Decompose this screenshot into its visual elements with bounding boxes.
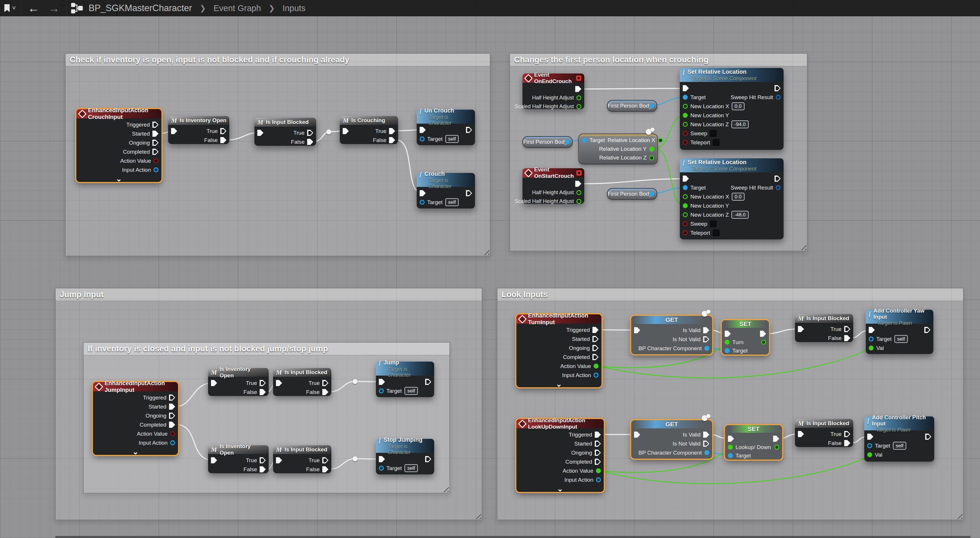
action-value-pin[interactable] xyxy=(154,158,159,163)
float-in-pin[interactable] xyxy=(728,445,733,450)
breakpoint-icon[interactable] xyxy=(576,170,582,176)
forward-button[interactable]: → xyxy=(44,0,64,16)
exec-out-pin[interactable] xyxy=(322,457,328,463)
exec-in-pin[interactable] xyxy=(683,85,689,91)
node-enhancedinputaction-lookupdowninput[interactable]: EnhancedInputAction LookUpDownInput Trig… xyxy=(516,419,604,492)
target-pin[interactable] xyxy=(867,443,872,448)
exec-out-pin[interactable] xyxy=(307,139,313,145)
target-pin[interactable] xyxy=(379,466,384,471)
bool-in-pin[interactable] xyxy=(683,221,688,226)
node-validated-get[interactable]: GET Is Valid Is Not Valid BP Character C… xyxy=(631,420,712,459)
float-out-pin[interactable] xyxy=(576,199,581,204)
input-action-pin[interactable] xyxy=(170,440,175,445)
exec-in-pin[interactable] xyxy=(798,326,804,332)
target-pin[interactable] xyxy=(728,453,733,458)
checkbox[interactable] xyxy=(710,130,717,137)
exec-out-pin[interactable] xyxy=(595,441,601,447)
breadcrumb-root[interactable]: BP_SGKMasterCharacter xyxy=(89,3,192,13)
comment-resize-handle[interactable] xyxy=(956,512,963,519)
value-box[interactable]: 0.0 xyxy=(732,102,745,110)
node-add-controller-pitch-input[interactable]: f Add Controller Pitch Input Target is P… xyxy=(864,417,934,461)
float-in-pin[interactable] xyxy=(683,203,688,208)
comment-resize-handle[interactable] xyxy=(474,512,481,519)
exec-in-pin[interactable] xyxy=(634,431,640,438)
node-event-onendcrouch[interactable]: Event OnEndCrouch Half Height Adjust Sca… xyxy=(522,73,584,109)
exec-out-pin[interactable] xyxy=(425,379,431,385)
exec-out-pin[interactable] xyxy=(703,327,709,333)
object-out-pin[interactable] xyxy=(649,104,654,109)
node-is-inventory-open[interactable]: M Is Inventory Open True False xyxy=(208,445,269,473)
reroute-node[interactable] xyxy=(353,457,358,461)
breadcrumb-inputs[interactable]: Inputs xyxy=(282,3,305,13)
exec-out-pin[interactable] xyxy=(924,327,931,333)
object-out-pin[interactable] xyxy=(704,346,709,351)
exec-in-pin[interactable] xyxy=(634,327,640,333)
exec-in-pin[interactable] xyxy=(867,434,873,440)
node-set-lookup-down[interactable]: SET Lookup/ Down Target xyxy=(725,425,782,460)
collapse-icon[interactable]: ⌄ xyxy=(132,448,139,455)
exec-in-pin[interactable] xyxy=(211,380,217,386)
node-is-input-blocked[interactable]: M Is Input Blocked True False xyxy=(273,368,331,396)
action-value-pin[interactable] xyxy=(593,364,598,369)
float-out-pin[interactable] xyxy=(649,155,654,160)
node-add-controller-yaw-input[interactable]: f Add Controller Yaw Input Target is Paw… xyxy=(866,310,933,354)
exec-out-pin[interactable] xyxy=(466,127,472,133)
node-is-input-blocked[interactable]: M Is Input Blocked True False xyxy=(273,445,331,473)
float-in-pin[interactable] xyxy=(683,122,688,127)
exec-in-pin[interactable] xyxy=(379,456,385,462)
float-in-pin[interactable] xyxy=(683,104,688,109)
exec-in-pin[interactable] xyxy=(211,457,217,463)
bookmark-button[interactable]: ˅ xyxy=(0,0,19,16)
exec-out-pin[interactable] xyxy=(220,137,226,143)
node-enhancedinputaction-crouchinput[interactable]: EnhancedInputAction CrouchInput Triggere… xyxy=(76,109,161,182)
comment-resize-handle[interactable] xyxy=(799,243,806,250)
node-enhancedinputaction-jumpinput[interactable]: EnhancedInputAction JumpInput Triggered … xyxy=(93,382,178,455)
target-pin[interactable] xyxy=(582,138,587,143)
exec-in-pin[interactable] xyxy=(420,127,426,133)
comment-header[interactable]: If inventory is closed and input is not … xyxy=(84,343,449,356)
collapse-icon[interactable]: ⌄ xyxy=(556,380,562,388)
exec-in-pin[interactable] xyxy=(683,176,689,182)
exec-out-pin[interactable] xyxy=(775,176,781,182)
collapse-icon[interactable]: ⌄ xyxy=(116,175,122,182)
exec-out-pin[interactable] xyxy=(703,441,709,447)
node-jump[interactable]: f Jump Target is Character Target self xyxy=(376,362,434,397)
node-is-crouching[interactable]: M Is Crouching True False xyxy=(340,116,398,144)
float-in-pin[interactable] xyxy=(683,212,688,217)
exec-in-pin[interactable] xyxy=(343,128,349,134)
node-stop-jumping[interactable]: f Stop Jumping Target is Character Targe… xyxy=(376,439,434,474)
object-out-pin[interactable] xyxy=(649,192,654,196)
value-box[interactable]: 0.0 xyxy=(732,193,745,201)
exec-out-pin[interactable] xyxy=(169,394,175,401)
exec-in-pin[interactable] xyxy=(420,190,426,196)
exec-out-pin[interactable] xyxy=(575,181,581,187)
float-out-pin[interactable] xyxy=(576,95,581,100)
exec-in-pin[interactable] xyxy=(171,128,177,134)
exec-in-pin[interactable] xyxy=(798,431,804,437)
bool-in-pin[interactable] xyxy=(683,230,688,235)
breadcrumb-event-graph[interactable]: Event Graph xyxy=(213,3,261,13)
exec-out-pin[interactable] xyxy=(592,354,598,360)
node-set-turn[interactable]: SET Turn Target xyxy=(722,320,769,354)
float-in-pin[interactable] xyxy=(683,194,688,199)
exec-out-pin[interactable] xyxy=(760,330,766,337)
exec-in-pin[interactable] xyxy=(257,130,263,136)
exec-out-pin[interactable] xyxy=(153,131,159,137)
exec-in-pin[interactable] xyxy=(728,436,734,442)
bool-in-pin[interactable] xyxy=(683,131,688,136)
exec-out-pin[interactable] xyxy=(153,121,159,128)
exec-out-pin[interactable] xyxy=(466,190,472,196)
checkbox[interactable] xyxy=(710,220,717,227)
node-get-first-person-body[interactable]: First Person Body xyxy=(607,100,657,112)
float-out-pin[interactable] xyxy=(576,190,581,195)
exec-out-pin[interactable] xyxy=(389,137,395,143)
node-set-relative-location-top[interactable]: f Set Relative Location Target is Scene … xyxy=(680,68,784,150)
blueprint-graph-canvas[interactable]: Crouch Input ˅ ← → BP_SGKMasterCharacter… xyxy=(0,0,980,538)
exec-out-pin[interactable] xyxy=(844,431,850,437)
node-validated-get[interactable]: GET Is Valid Is Not Valid BP Character C… xyxy=(631,316,712,354)
exec-out-pin[interactable] xyxy=(220,128,226,134)
target-pin[interactable] xyxy=(420,200,425,205)
exec-out-pin[interactable] xyxy=(703,431,709,438)
input-action-pin[interactable] xyxy=(593,373,598,378)
exec-out-pin[interactable] xyxy=(153,149,159,155)
